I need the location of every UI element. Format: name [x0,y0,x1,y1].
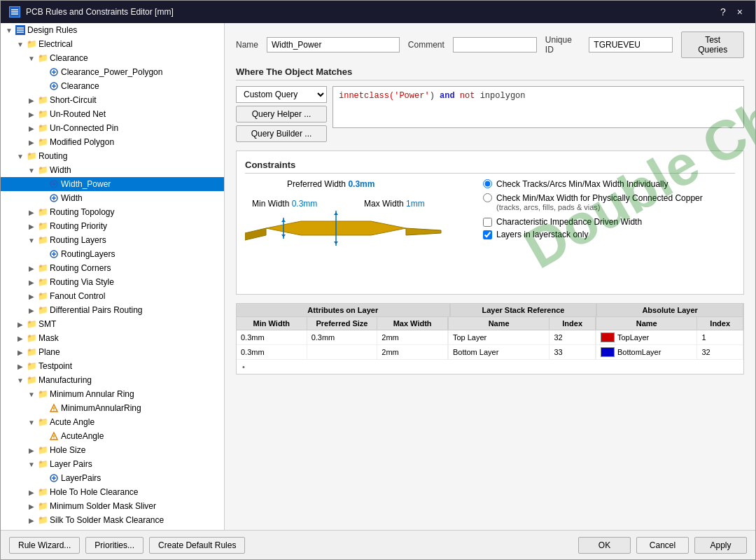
tree-item[interactable]: ▶📁Hole Size [1,443,224,457]
expand-icon[interactable]: ▼ [26,416,37,428]
rule-wizard-button[interactable]: Rule Wizard... [9,537,80,554]
tree-item[interactable]: ▶📁Mask [1,331,224,345]
expand-icon[interactable]: ▶ [15,360,26,372]
node-icon: 📁 [37,276,48,288]
checkbox-layerstack-input[interactable] [483,230,492,239]
expand-icon[interactable]: ▶ [26,94,37,106]
name-row: Name Comment Unique ID Test Queries [236,31,744,58]
unique-id-input[interactable] [589,37,673,52]
expand-icon[interactable]: ▶ [26,262,37,274]
query-and: and [435,91,460,101]
query-type-dropdown[interactable]: Custom Query All Net Class [236,86,327,103]
expand-icon[interactable]: ▶ [26,108,37,120]
test-queries-button[interactable]: Test Queries [681,31,744,58]
expand-icon[interactable]: ▼ [15,38,26,50]
tree-item[interactable]: ▼📁Acute Angle [1,415,224,429]
tree-item[interactable]: RoutingLayers [1,247,224,261]
create-defaults-button[interactable]: Create Default Rules [149,537,245,554]
tree-item[interactable]: ▶📁Short-Circuit [1,93,224,107]
tree-item[interactable]: ▼📁Minimum Annular Ring [1,387,224,401]
cancel-button[interactable]: Cancel [636,537,689,554]
tree-item[interactable]: ▶📁Silk To Solder Mask Clearance [1,513,224,527]
tree-item[interactable]: ▶📁Differential Pairs Routing [1,303,224,317]
radio-physically-connected[interactable] [483,193,492,202]
tree-item[interactable]: ▼📁Electrical [1,37,224,51]
help-button[interactable]: ? [716,5,730,19]
ok-button[interactable]: OK [578,537,631,554]
tree-item[interactable]: ▶📁Modified Polygon [1,135,224,149]
color-swatch-blue [601,347,615,357]
tree-item[interactable]: ▼📁Width [1,163,224,177]
tree-item[interactable]: ▼📁Manufacturing [1,373,224,387]
expand-icon[interactable]: ▶ [15,318,26,330]
tree-item[interactable]: ▼📁Layer Pairs [1,457,224,471]
tree-item[interactable]: Width [1,191,224,205]
tree-item[interactable]: ▶📁Plane [1,345,224,359]
apply-button[interactable]: Apply [694,537,747,554]
tree-item[interactable]: ▼📁Clearance [1,51,224,65]
expand-icon[interactable]: ▶ [26,486,37,498]
tree-item[interactable]: Clearance_Power_Polygon [1,65,224,79]
expand-icon[interactable]: ▶ [15,346,26,358]
cell-abs-name-1: TopLayer [596,330,697,344]
expand-icon[interactable]: ▶ [26,304,37,316]
expand-icon[interactable]: ▶ [26,136,37,148]
expand-icon[interactable]: ▼ [26,388,37,400]
tree-item[interactable]: ▶📁Routing Topology [1,205,224,219]
expand-icon[interactable]: ▼ [26,458,37,470]
expand-icon[interactable]: ▼ [4,24,15,36]
expand-icon[interactable]: ▶ [26,220,37,232]
comment-input[interactable] [453,37,537,52]
tree-item[interactable]: ▶📁Hole To Hole Clearance [1,485,224,499]
query-str: 'Power' [394,91,429,101]
radio-individually[interactable] [483,179,492,188]
priorities-button[interactable]: Priorities... [85,537,144,554]
tree-item[interactable]: ▶📁Un-Routed Net [1,107,224,121]
tree-item[interactable]: ▼📁Routing [1,149,224,163]
tree-item-label: AcuteAngle [61,431,221,441]
expand-icon[interactable]: ▶ [26,500,37,512]
tree-item[interactable]: AcuteAngle [1,429,224,443]
expand-icon[interactable]: ▶ [26,528,37,530]
tree-item[interactable]: ▶📁Testpoint [1,359,224,373]
node-icon: 📁 [37,220,48,232]
expand-icon[interactable]: ▶ [26,290,37,302]
tree-item[interactable]: ▶📁Routing Corners [1,261,224,275]
tree-item[interactable]: ▶📁Routing Priority [1,219,224,233]
expand-icon[interactable]: ▶ [26,206,37,218]
name-input[interactable] [267,37,400,52]
expand-icon[interactable]: ▶ [26,276,37,288]
tree-item[interactable]: ▼📁Routing Layers [1,233,224,247]
tree-item[interactable]: Width_Power [1,177,224,191]
expand-icon[interactable]: ▶ [26,122,37,134]
expand-icon[interactable]: ▼ [15,374,26,386]
expand-icon[interactable]: ▶ [26,514,37,526]
node-icon: 📁 [37,304,48,316]
tree-item[interactable]: ▼Design Rules [1,23,224,37]
query-helper-button[interactable]: Query Helper ... [236,106,327,122]
expand-icon[interactable]: ▶ [15,332,26,344]
node-icon: 📁 [37,262,48,274]
tree-item[interactable]: ▶📁SMT [1,317,224,331]
tree-item[interactable]: LayerPairs [1,471,224,485]
tree-item-label: Acute Angle [50,417,221,427]
expand-icon[interactable]: ▼ [26,164,37,176]
close-button[interactable]: × [733,5,747,19]
expand-icon[interactable]: ▼ [15,150,26,162]
tree-item[interactable]: ▶📁Routing Via Style [1,275,224,289]
tree-item[interactable]: ▶📁Minimum Solder Mask Sliver [1,499,224,513]
tree-item[interactable]: Clearance [1,79,224,93]
query-builder-button[interactable]: Query Builder ... [236,125,327,142]
query-text-area[interactable]: innetclass('Power') and not inpolygon [332,86,744,128]
expand-icon[interactable]: ▼ [26,52,37,64]
checkbox-impedance-input[interactable] [483,218,492,227]
tree-item[interactable]: ▶📁Fanout Control [1,289,224,303]
tree-item[interactable]: ▶📁Silk To Silk Clearance [1,527,224,530]
tree-content: ▼Design Rules▼📁Electrical▼📁Clearance Cle… [1,23,224,530]
tree-item[interactable]: MinimumAnnularRing [1,401,224,415]
expand-icon[interactable]: ▼ [26,234,37,246]
node-icon [48,66,59,78]
tree-item[interactable]: ▶📁Un-Connected Pin [1,121,224,135]
expand-icon[interactable]: ▶ [26,444,37,456]
checkbox-layerstack-label: Layers in layerstack only [496,230,588,239]
